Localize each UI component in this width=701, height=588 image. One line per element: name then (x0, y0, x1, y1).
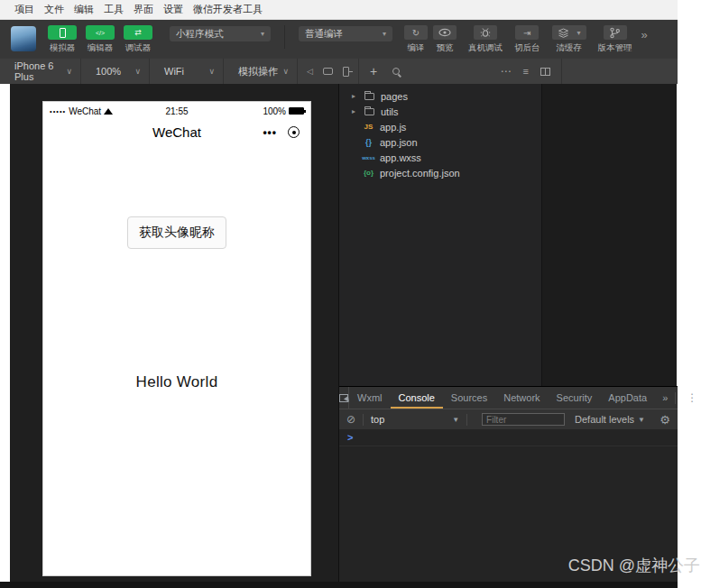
chevron-down-icon: ▼ (452, 416, 459, 424)
console-toolbar: ⊘ top ▼ Default levels ▼ ⚙ (339, 409, 678, 429)
code-icon: </> (86, 25, 115, 40)
toolbar-overflow-button[interactable]: » (641, 28, 648, 41)
devtools-menu-icon[interactable]: ⋮ (687, 391, 697, 404)
menu-file[interactable]: 文件 (44, 3, 64, 16)
phone-nav-bar: WeChat ••• (43, 120, 310, 144)
status-footer (0, 582, 678, 588)
editor-toggle-button[interactable]: </> 编辑器 (81, 25, 119, 54)
menu-tools[interactable]: 工具 (104, 3, 124, 16)
tab-network[interactable]: Network (495, 387, 548, 409)
js-file-icon: JS (361, 123, 376, 131)
search-icon[interactable] (392, 68, 400, 75)
toolbar-divider (284, 25, 285, 49)
device-bar: iPhone 6 Plus ∨ 100% ∨ WiFi ∨ 模拟操作 ∨ ◁ +… (0, 59, 678, 84)
console-settings-icon[interactable]: ⚙ (659, 413, 670, 427)
folder-icon (364, 108, 374, 115)
real-device-debug-button[interactable]: 真机调试 (468, 25, 503, 54)
inspect-icon (339, 394, 348, 402)
simulator-tools: ◁ (298, 59, 359, 84)
divider (675, 392, 676, 404)
rotate-device-icon[interactable] (343, 67, 349, 77)
csdn-watermark: CSDN @虚神公子 (568, 555, 700, 576)
eye-icon (433, 25, 457, 40)
console-prompt[interactable]: > (339, 429, 678, 446)
divider (466, 414, 467, 426)
chevron-down-icon: ▾ (261, 30, 264, 38)
carrier-label: WeChat (69, 106, 101, 116)
simulator-toggle-button[interactable]: 模拟器 (43, 25, 81, 54)
console-filter-input[interactable] (482, 413, 565, 426)
json-file-icon: {} (361, 138, 376, 147)
file-explorer: ▸ pages ▸ utils JS app.js {} app.json wx… (339, 84, 542, 386)
explorer-more-icon[interactable]: ⋯ (501, 65, 512, 78)
compile-refresh-icon: ↻ (404, 25, 428, 40)
log-levels-dropdown[interactable]: Default levels ▼ (575, 414, 645, 425)
zoom-select[interactable]: 100% ∨ (81, 59, 150, 84)
chevron-right-icon: ▸ (352, 107, 360, 115)
debugger-toggle-button[interactable]: ⇄ 调试器 (119, 25, 157, 54)
menu-project[interactable]: 项目 (14, 3, 34, 16)
menu-view[interactable]: 界面 (134, 3, 153, 16)
mode-dropdown[interactable]: 小程序模式 ▾ (170, 26, 271, 41)
chevron-down-icon: ∨ (66, 67, 72, 76)
device-select[interactable]: iPhone 6 Plus ∨ (0, 59, 81, 84)
tab-sources[interactable]: Sources (443, 387, 495, 409)
menu-wechat-devtools[interactable]: 微信开发者工具 (193, 3, 263, 16)
message-icon[interactable] (323, 68, 333, 75)
tab-appdata[interactable]: AppData (600, 387, 655, 409)
tab-console[interactable]: Console (391, 387, 443, 409)
editor-toolbar-spacer (562, 59, 678, 84)
chevron-down-icon: ▾ (383, 30, 386, 38)
tree-item-utils[interactable]: ▸ utils (339, 104, 541, 119)
prompt-chevron: > (347, 432, 353, 443)
tabs-overflow-button[interactable]: » (655, 387, 675, 409)
capsule-more-icon[interactable]: ••• (263, 126, 277, 139)
switch-background-button[interactable]: ⇥ 切后台 (514, 25, 540, 54)
phone-frame: ••••• WeChat 21:55 100% WeChat ••• 获取头像昵… (42, 101, 311, 576)
inspect-element-button[interactable] (339, 387, 349, 409)
tree-item-app-js[interactable]: JS app.js (339, 119, 541, 134)
compile-mode-dropdown[interactable]: 普通编译 ▾ (299, 26, 392, 41)
signal-dots-icon: ••••• (50, 107, 66, 115)
add-file-icon[interactable]: + (370, 64, 377, 78)
switch-background-icon: ⇥ (515, 25, 539, 40)
chevron-down-icon: ∨ (282, 67, 289, 76)
debug-arrows-icon: ⇄ (124, 25, 152, 40)
battery-percent: 100% (263, 106, 286, 116)
battery-icon (289, 107, 304, 115)
chevron-down-icon: ▼ (638, 416, 645, 424)
network-select[interactable]: WiFi ∨ (150, 59, 224, 84)
user-avatar[interactable] (11, 26, 36, 51)
clear-console-icon[interactable]: ⊘ (346, 413, 355, 426)
clear-cache-button[interactable]: ▾ 清缓存 (552, 25, 586, 54)
tree-item-pages[interactable]: ▸ pages (339, 88, 541, 104)
wechat-devtools-window: 项目 文件 编辑 工具 界面 设置 微信开发者工具 模拟器 </> 编辑器 ⇄ … (0, 0, 701, 588)
context-dropdown[interactable]: top ▼ (371, 414, 459, 425)
split-editor-icon[interactable] (540, 68, 550, 76)
tab-security[interactable]: Security (549, 387, 601, 409)
tree-item-app-json[interactable]: {} app.json (339, 134, 541, 150)
tree-item-app-wxss[interactable]: wxss app.wxss (339, 150, 541, 165)
view-toggle-group: 模拟器 </> 编辑器 ⇄ 调试器 (43, 25, 157, 54)
menu-settings[interactable]: 设置 (163, 3, 183, 16)
version-control-button[interactable]: 版本管理 (598, 25, 632, 54)
preview-button[interactable]: 预览 (433, 25, 457, 54)
collapse-tree-icon[interactable]: ≡ (523, 66, 529, 77)
capsule-home-icon[interactable] (288, 126, 300, 138)
chevron-down-icon: ∨ (134, 67, 141, 76)
menu-edit[interactable]: 编辑 (74, 3, 94, 16)
compile-button[interactable]: ↻ 编译 (404, 25, 428, 54)
bug-icon (474, 25, 497, 40)
get-avatar-nickname-button[interactable]: 获取头像昵称 (127, 216, 226, 249)
phone-status-bar: ••••• WeChat 21:55 100% (43, 102, 310, 120)
git-branch-icon (604, 25, 627, 40)
config-file-icon: {o} (361, 169, 376, 177)
mute-icon[interactable]: ◁ (307, 67, 313, 76)
status-time: 21:55 (151, 106, 203, 116)
page-title: WeChat (152, 124, 201, 140)
tree-item-project-config[interactable]: {o} project.config.json (339, 165, 541, 180)
tab-wxml[interactable]: Wxml (349, 387, 391, 409)
debugger-panel: Wxml Console Sources Network Security Ap… (339, 386, 678, 582)
sim-action-select[interactable]: 模拟操作 ∨ (224, 59, 298, 84)
chevron-down-icon: ∨ (208, 67, 215, 76)
